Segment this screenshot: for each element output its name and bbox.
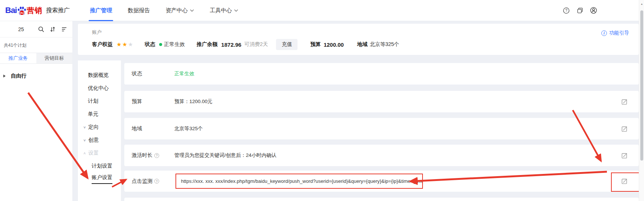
baidu-paw-icon: du (17, 6, 27, 16)
row-activation-value: 管理员为您提交关键词/创意后：24小时内确认 (174, 152, 276, 159)
account-icon[interactable] (590, 7, 597, 14)
edit-icon[interactable] (621, 178, 628, 185)
tree-item-label: 自由行 (11, 73, 26, 79)
star-rating: ★★★ (116, 41, 134, 48)
row-region-label: 地域 (124, 125, 174, 132)
balance-note: 可消费2天 (244, 41, 268, 48)
help-icon[interactable]: ? (562, 7, 570, 14)
plan-sidebar: 25 共41个计划 推广业务 营销目标 自由行 (0, 21, 72, 201)
region-value: 北京等325个 (370, 41, 399, 48)
region-label: 地域 (357, 41, 368, 48)
tab-promotion-business[interactable]: 推广业务 (0, 53, 36, 63)
balance-label: 推广余额 (197, 41, 217, 48)
nav-tab-data-report[interactable]: 数据报告 (125, 0, 152, 21)
feature-guide-link[interactable]: i 功能引导 (601, 30, 629, 36)
budget-value: 1200.00 (323, 42, 344, 48)
row-region: 地域 北京等325个 (124, 118, 639, 139)
svg-text:?: ? (565, 8, 567, 12)
row-status-value: 正常生效 (174, 70, 194, 77)
nav-tab-asset-center[interactable]: 资产中心 (163, 0, 196, 21)
balance-value: 1872.96 (221, 42, 241, 48)
recharge-button[interactable]: 充值 (276, 39, 298, 50)
help-circle-icon[interactable]: ? (154, 179, 159, 184)
sidebar-toolbar: 25 (0, 21, 72, 37)
baidu-logo[interactable]: Bai du 营销 (5, 6, 42, 16)
menu-item-optimize-center[interactable]: 优化中心 (78, 85, 121, 92)
nav-right-icons: ? (562, 7, 597, 14)
row-activation-time: 激活时长 ? 管理员为您提交关键词/创意后：24小时内确认 (124, 145, 639, 166)
chevron-down-icon (190, 9, 194, 12)
star-icon: ★ (116, 41, 122, 47)
status-label: 状态 (145, 41, 155, 48)
account-summary-row: 客户权益 ★★★ 状态 正常生效 推广余额 1872.96 可消费2天 充值 预… (92, 39, 399, 50)
row-click-monitor-label: 点击监测 ? (124, 178, 174, 185)
chevron-up-icon: ∧ (83, 151, 86, 155)
menu-item-account-settings[interactable]: 账户设置 (78, 175, 121, 183)
chevron-down-icon: ∨ (83, 138, 86, 142)
row-status-label: 状态 (124, 70, 174, 77)
switch-account-icon[interactable] (576, 7, 584, 14)
nav-tab-promotion-manage[interactable]: 推广管理 (88, 0, 114, 21)
star-icon: ★ (128, 41, 134, 47)
star-icon: ★ (122, 41, 128, 47)
tab-marketing-goal[interactable]: 营销目标 (36, 53, 73, 63)
plan-total-text: 共41个计划 (4, 42, 72, 49)
menu-item-unit[interactable]: 单元 (78, 111, 121, 118)
main-nav-tabs: 推广管理 数据报告 资产中心 工具中心 (88, 0, 252, 21)
help-circle-icon[interactable]: ? (154, 153, 159, 158)
tree-item-plan[interactable]: 自由行 (0, 73, 72, 79)
sort-icon[interactable] (49, 26, 56, 33)
click-monitor-url-input[interactable]: https://xxx. xxx. xxx/index.php/tgm/baid… (175, 174, 423, 189)
scrollbar-thumb[interactable] (640, 10, 643, 161)
edit-icon[interactable] (621, 125, 628, 132)
logo-text-brand: 营销 (27, 6, 42, 16)
product-name: 搜索推广 (46, 7, 70, 14)
menu-item-targeting[interactable]: ∨ 定向 (78, 123, 121, 131)
row-budget-label: 预算 (124, 98, 174, 105)
row-status: 状态 正常生效 (124, 63, 639, 85)
status-dot-icon (159, 43, 162, 46)
info-icon: i (601, 30, 607, 36)
scrollbar-up-arrow[interactable]: ▲ (639, 3, 644, 5)
chevron-down-icon: ∨ (83, 125, 86, 129)
row-click-monitor: 点击监测 ? https://xxx. xxx. xxx/index.php/t… (124, 171, 639, 192)
row-budget-value: 预算：1200.00元 (174, 98, 213, 105)
logo-text-bai: Bai (5, 6, 17, 15)
menu-item-plan-settings[interactable]: 计划设置 (78, 162, 121, 170)
sidebar-tabs: 推广业务 营销目标 (0, 53, 72, 64)
rights-label: 客户权益 (92, 41, 113, 48)
top-nav: Bai du 营销 搜索推广 推广管理 数据报告 资产中心 (0, 0, 644, 21)
feature-guide-label: 功能引导 (609, 30, 629, 36)
account-card-title: 账户 (92, 29, 102, 36)
nav-tab-tool-center[interactable]: 工具中心 (207, 0, 240, 21)
menu-item-creative[interactable]: ∨ 创意 (78, 136, 121, 144)
row-budget: 预算 预算：1200.00元 (124, 91, 639, 112)
filter-list-icon[interactable] (60, 26, 68, 33)
plan-count: 25 (18, 26, 24, 32)
row-activation-label: 激活时长 ? (124, 152, 174, 159)
svg-text:du: du (20, 11, 24, 14)
chevron-down-icon (234, 9, 238, 12)
settings-side-menu: 数据概览 优化中心 计划 单元 ∨ 定向 ∨ 创意 ∧ 设置 计划设置 账户设置 (78, 60, 121, 201)
status-value: 正常生效 (164, 41, 185, 48)
row-partial-next (124, 198, 639, 201)
menu-item-plan[interactable]: 计划 (78, 98, 121, 105)
caret-right-icon[interactable] (3, 75, 6, 78)
menu-item-settings[interactable]: ∧ 设置 (78, 149, 121, 157)
search-icon[interactable] (37, 26, 45, 33)
edit-icon[interactable] (621, 152, 628, 159)
budget-label: 预算 (310, 41, 321, 48)
menu-item-data-overview[interactable]: 数据概览 (78, 72, 121, 79)
account-summary-card: 账户 客户权益 ★★★ 状态 正常生效 推广余额 1872.96 可消费2天 充… (78, 24, 639, 55)
edit-icon[interactable] (621, 98, 628, 105)
row-region-value: 北京等325个 (174, 125, 203, 132)
page-scrollbar: ▲ (639, 0, 644, 201)
